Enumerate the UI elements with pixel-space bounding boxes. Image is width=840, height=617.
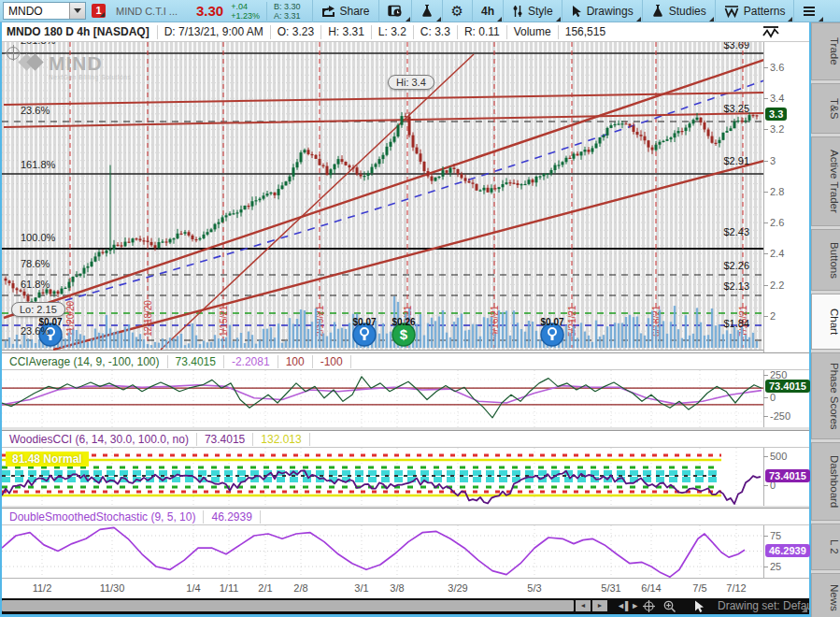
drawings-button[interactable]: Drawings bbox=[562, 0, 642, 22]
svg-text:$0.07: $0.07 bbox=[352, 317, 376, 327]
chart-style-icon[interactable] bbox=[762, 25, 779, 39]
axis-tick-label: 0 bbox=[770, 392, 776, 403]
study-title[interactable]: DoubleSmoothedStochastic (9, 5, 10) bbox=[2, 510, 204, 524]
app-window: MNDO 1 MIND C.T.I ... 3.30 +.04 +1.23% B… bbox=[0, 0, 840, 617]
timeframe-button[interactable]: 4h bbox=[472, 0, 503, 22]
chevron-down-icon bbox=[74, 8, 81, 13]
study-title[interactable]: CCIAverage (14, 9, -100, 100) bbox=[2, 355, 168, 368]
cci-pane[interactable] bbox=[2, 370, 763, 427]
horizontal-scrollbar[interactable] bbox=[2, 600, 574, 611]
change-value: +.04 bbox=[231, 2, 260, 11]
sidebar-tab-t-s[interactable]: T&S bbox=[811, 83, 840, 134]
menu-button[interactable] bbox=[793, 0, 824, 22]
expand-panel-icon[interactable]: ◄▌► bbox=[617, 601, 639, 610]
axis-tick-label: 3.2 bbox=[770, 123, 784, 135]
style-label: Style bbox=[528, 5, 553, 18]
time-axis-label: 1/11 bbox=[220, 582, 239, 594]
price-change: +.04 +1.23% bbox=[231, 2, 260, 21]
axis-tick-label: 3.4 bbox=[770, 93, 784, 104]
time-axis[interactable]: 11/211/301/41/112/12/83/13/83/295/35/316… bbox=[2, 578, 809, 598]
bid-ask: B: 3.30 A: 3.31 bbox=[266, 2, 301, 21]
ohlc-segment: H: 3.31 bbox=[320, 25, 371, 39]
scroll-left-button[interactable]: ◄ bbox=[576, 600, 591, 611]
study-value: -100 bbox=[313, 355, 351, 368]
study-value: -2.2081 bbox=[224, 355, 278, 368]
svg-text:78.6%: 78.6% bbox=[21, 258, 50, 269]
watermark-subtitle: NextGen Billing Solutions bbox=[49, 75, 131, 81]
svg-text:61.8%: 61.8% bbox=[21, 279, 50, 290]
analyze-button[interactable] bbox=[411, 0, 442, 22]
study-title[interactable]: WoodiesCCI (6, 14, 30.0, 100.0, no) bbox=[2, 433, 197, 446]
svg-text:$2.26: $2.26 bbox=[723, 260, 749, 271]
gadget-sidebar: TradeT&SActive TraderButtonsChartPhase S… bbox=[811, 22, 840, 617]
drawings-label: Drawings bbox=[587, 5, 634, 18]
cci-study-header[interactable]: CCIAverage (14, 9, -100, 100)73.4015-2.2… bbox=[2, 352, 809, 370]
sidebar-tab-buttons[interactable]: Buttons bbox=[811, 229, 840, 291]
chart-header: MNDO 180 D 4h [NASDAQ] D: 7/13/21, 9:00 … bbox=[0, 22, 811, 42]
ohlc-segments: D: 7/13/21, 9:00 AMO: 3.23H: 3.31L: 3.2C… bbox=[157, 25, 612, 39]
last-price: 3.30 bbox=[196, 3, 223, 19]
watermark-logo: MIND NextGen Billing Solutions bbox=[21, 52, 131, 81]
compass-icon[interactable] bbox=[7, 47, 20, 60]
woodies-pane[interactable] bbox=[2, 448, 763, 506]
stochastic-plot-svg bbox=[2, 525, 763, 578]
crosshair-target-icon[interactable] bbox=[643, 600, 655, 612]
journal-button[interactable] bbox=[378, 0, 411, 22]
woodies-study-header[interactable]: WoodiesCCI (6, 14, 30.0, 100.0, no)73.40… bbox=[2, 430, 809, 448]
pointer-tool-icon[interactable] bbox=[693, 600, 705, 613]
sidebar-tab-chart[interactable]: Chart bbox=[811, 294, 840, 350]
zoom-in-icon[interactable] bbox=[663, 600, 676, 613]
alert-badge[interactable]: 1 bbox=[92, 4, 106, 18]
sidebar-tab-l-2[interactable]: L 2 bbox=[811, 524, 840, 570]
settings-button[interactable]: ⚙ bbox=[442, 0, 472, 22]
low-marker-bubble: Lo: 2.15 bbox=[11, 302, 65, 317]
axis-tick-label: 2.8 bbox=[770, 186, 784, 197]
time-axis-label: 7/5 bbox=[692, 582, 706, 594]
style-button[interactable]: Style bbox=[503, 0, 562, 22]
sidebar-tab-active-trader[interactable]: Active Trader bbox=[811, 136, 840, 226]
axis-tick-label: 2 bbox=[770, 310, 776, 322]
top-toolbar: MNDO 1 MIND C.T.I ... 3.30 +.04 +1.23% B… bbox=[0, 0, 840, 22]
patterns-label: Patterns bbox=[744, 5, 786, 18]
study-value: 100 bbox=[278, 355, 313, 368]
axis-tick-label: 3 bbox=[770, 155, 776, 166]
stochastic-study-header[interactable]: DoubleSmoothedStochastic (9, 5, 10)46.29… bbox=[2, 508, 809, 525]
time-axis-label: 2/1 bbox=[258, 582, 272, 594]
symbol-dropdown-button[interactable] bbox=[69, 3, 85, 19]
scroll-right-button[interactable]: ► bbox=[592, 600, 607, 611]
chart-title: MNDO 180 D 4h [NASDAQ] bbox=[0, 25, 157, 38]
patterns-button[interactable]: Patterns bbox=[715, 0, 794, 22]
study-value: 73.4015 bbox=[168, 355, 224, 368]
status-bar: ◄ ► ◄▌► Drawing set: Default bbox=[0, 598, 840, 614]
ohlc-segment: R: 0.11 bbox=[457, 25, 506, 39]
price-chart-canvas[interactable]: 11/20/2012/18/201/15/212/19/213/19/214/1… bbox=[2, 42, 763, 351]
share-icon bbox=[321, 5, 335, 17]
share-button[interactable]: Share bbox=[312, 0, 378, 22]
studies-button[interactable]: Studies bbox=[642, 0, 715, 22]
svg-text:$3.25: $3.25 bbox=[723, 103, 749, 114]
study-value: 73.4015 bbox=[197, 433, 253, 446]
symbol-input[interactable]: MNDO bbox=[4, 3, 69, 19]
symbol-combo[interactable]: MNDO bbox=[3, 2, 86, 20]
sidebar-tab-news[interactable]: News bbox=[811, 573, 840, 617]
time-axis-label: 11/30 bbox=[100, 582, 125, 594]
sidebar-tab-phase-scores[interactable]: Phase Scores bbox=[811, 352, 840, 439]
axis-tick-label: 2.6 bbox=[770, 217, 784, 228]
ohlc-segment: O: 3.23 bbox=[270, 25, 320, 39]
svg-text:$2.43: $2.43 bbox=[723, 226, 749, 237]
axis-tick-label: 2.4 bbox=[770, 248, 784, 259]
svg-text:23.6%: 23.6% bbox=[21, 105, 50, 116]
resize-corner-icon[interactable] bbox=[802, 607, 807, 612]
ohlc-segment: 156,515 bbox=[558, 25, 612, 39]
axis-tick-label: 75 bbox=[770, 530, 781, 541]
stochastic-pane[interactable] bbox=[2, 525, 763, 578]
svg-text:12/18/20: 12/18/20 bbox=[143, 300, 153, 337]
time-axis-label: 5/3 bbox=[527, 582, 541, 594]
svg-text:161.8%: 161.8% bbox=[21, 159, 56, 170]
svg-text:23.6%: 23.6% bbox=[21, 325, 50, 337]
svg-text:$2.91: $2.91 bbox=[723, 155, 749, 166]
sidebar-tab-trade[interactable]: Trade bbox=[811, 22, 840, 80]
company-name: MIND C.T.I ... bbox=[116, 6, 183, 17]
flask-icon bbox=[420, 4, 434, 18]
sidebar-tab-dashboard[interactable]: Dashboard bbox=[811, 442, 840, 521]
